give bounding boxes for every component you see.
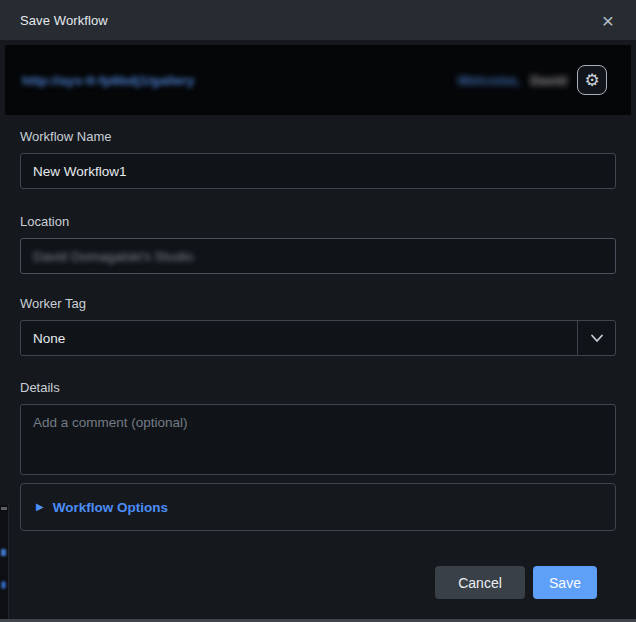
workflow-options-label: Workflow Options [53,500,168,515]
details-group: Details [20,380,616,475]
dialog-body: Workflow Name Location David Domagalski'… [0,115,636,599]
close-icon[interactable]: × [596,8,620,32]
welcome-label: Welcome, [457,73,520,88]
worker-tag-select[interactable]: None [20,320,616,356]
gear-icon: ⚙ [584,72,599,89]
save-workflow-dialog: Save Workflow × http://ays-lt-fp6bdj1/ga… [0,0,636,622]
worker-tag-value: None [21,331,65,346]
gallery-header: http://ays-lt-fp6bdj1/gallery Welcome, D… [5,45,631,115]
background-app-sliver [0,505,9,619]
workflow-name-label: Workflow Name [20,129,616,144]
details-textarea[interactable] [20,404,616,475]
location-value: David Domagalski's Studio [33,249,193,264]
location-group: Location David Domagalski's Studio [20,214,616,274]
worker-tag-group: Worker Tag None [20,296,616,356]
gallery-header-right: Welcome, David ⚙ [457,65,607,95]
background-icon-fragment [1,549,6,556]
chevron-down-icon[interactable] [588,329,606,347]
dialog-footer: Cancel Save [20,566,616,599]
workflow-options-expander[interactable]: ▶ Workflow Options [20,483,616,531]
background-icon-fragment [1,507,7,510]
expander-arrow-icon: ▶ [36,502,44,512]
location-label: Location [20,214,616,229]
details-label: Details [20,380,616,395]
user-name-link[interactable]: David [530,73,567,88]
settings-button[interactable]: ⚙ [577,65,607,95]
select-divider [577,321,578,355]
gallery-url-link[interactable]: http://ays-lt-fp6bdj1/gallery [22,73,195,88]
dialog-titlebar: Save Workflow × [0,0,636,40]
save-button[interactable]: Save [533,566,597,599]
workflow-name-input[interactable] [20,153,616,189]
worker-tag-label: Worker Tag [20,296,616,311]
location-input[interactable]: David Domagalski's Studio [20,238,616,274]
workflow-name-group: Workflow Name [20,129,616,189]
background-icon-fragment [1,581,6,589]
cancel-button[interactable]: Cancel [435,566,525,599]
dialog-title: Save Workflow [20,13,108,28]
